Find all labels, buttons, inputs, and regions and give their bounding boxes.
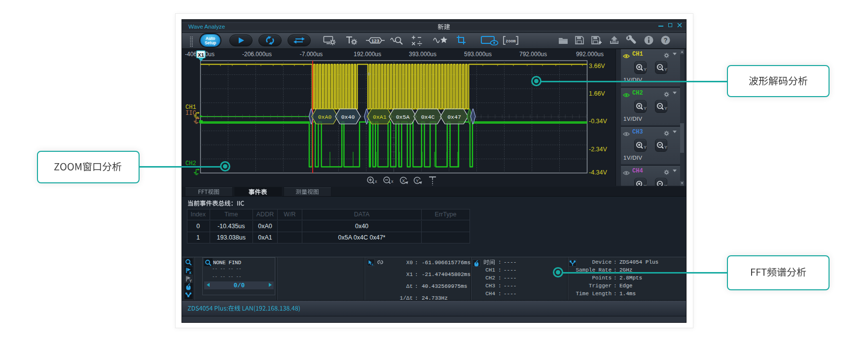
svg-text:Y: Y [664, 145, 667, 150]
svg-text:Y: Y [664, 67, 667, 72]
svg-text:792.000us: 792.000us [519, 51, 547, 58]
svg-text:Y: Y [644, 184, 647, 186]
svg-text:-0.34V: -0.34V [589, 118, 607, 125]
svg-text:393.000us: 393.000us [409, 51, 436, 58]
svg-text:123: 123 [371, 38, 379, 43]
svg-text:0x47: 0x47 [447, 114, 461, 120]
svg-text:0x4C: 0x4C [421, 114, 435, 120]
svg-text:X1: X1 [198, 52, 205, 58]
svg-text:x: x [372, 262, 374, 266]
svg-text:1.66V: 1.66V [589, 90, 605, 97]
svg-text:?: ? [664, 37, 668, 44]
svg-text:Y: Y [416, 178, 419, 183]
svg-text:192.000us: 192.000us [354, 51, 381, 58]
svg-text:Y: Y [664, 106, 667, 111]
svg-text:x: x [189, 270, 192, 275]
svg-text:593.000us: 593.000us [464, 51, 492, 58]
svg-text:0x5A: 0x5A [396, 114, 410, 120]
svg-text:992.000us: 992.000us [576, 51, 604, 58]
svg-text:0xA1: 0xA1 [373, 114, 387, 120]
svg-text:-7.000us: -7.000us [300, 51, 323, 58]
svg-text:X: X [402, 178, 405, 183]
svg-text:Y: Y [644, 106, 647, 111]
svg-text:-4.34V: -4.34V [589, 169, 607, 176]
svg-text:x: x [375, 179, 377, 184]
svg-text:Y: Y [644, 67, 647, 72]
svg-text:3.66V: 3.66V [589, 63, 605, 69]
svg-text:0x40: 0x40 [341, 114, 355, 120]
svg-text:-206.000us: -206.000us [242, 51, 272, 58]
svg-text:Y: Y [664, 184, 667, 186]
svg-text:x: x [391, 179, 394, 184]
svg-text:zoom: zoom [506, 39, 515, 44]
svg-text:-2.34V: -2.34V [589, 146, 607, 153]
svg-text:0xA0: 0xA0 [318, 114, 332, 120]
svg-text:Y: Y [644, 145, 647, 150]
svg-text:Y: Y [189, 278, 192, 283]
